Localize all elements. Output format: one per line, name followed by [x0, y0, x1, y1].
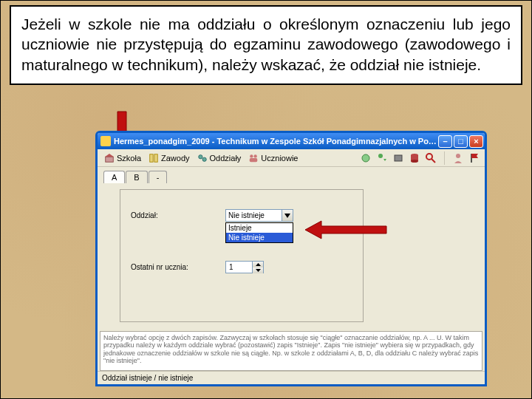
close-button[interactable]: ×: [469, 135, 483, 148]
print-user-icon[interactable]: [392, 152, 404, 164]
titlebar: Hermes_ponadgim_2009 - Technikum w Zespo…: [98, 133, 485, 149]
instruction-callout: Jeżeli w szkole nie ma oddziału o określ…: [10, 5, 522, 85]
svg-marker-20: [284, 214, 290, 218]
tab-b[interactable]: B: [126, 171, 147, 183]
oddzial-listbox: Istnieje Nie istnieje: [225, 222, 293, 243]
toolbar-zawody[interactable]: Zawody: [146, 152, 192, 164]
spinner-up-icon[interactable]: [252, 262, 263, 267]
school-icon: [104, 153, 115, 163]
window-title: Hermes_ponadgim_2009 - Technikum w Zespo…: [114, 137, 437, 146]
svg-rect-12: [395, 155, 402, 161]
nr-ucznia-spinner[interactable]: 1: [225, 261, 264, 273]
svg-point-6: [202, 157, 206, 161]
oddzial-combo[interactable]: Nie istnieje Istnieje Nie istnieje: [225, 209, 293, 222]
toolbar-school-label: Szkoła: [117, 154, 141, 163]
app-logo-icon: [100, 136, 111, 146]
label-nr-ucznia: Ostatni nr ucznia:: [131, 263, 219, 271]
svg-point-15: [411, 160, 418, 163]
svg-point-7: [250, 154, 253, 157]
status-bar: Oddział istnieje / nie istnieje: [98, 371, 485, 384]
tab-dash[interactable]: -: [149, 171, 168, 183]
app-window: Hermes_ponadgim_2009 - Technikum w Zespo…: [95, 131, 487, 386]
import-icon[interactable]: [360, 152, 372, 164]
export-user-icon[interactable]: [376, 152, 388, 164]
instruction-text: Jeżeli w szkole nie ma oddziału o określ…: [21, 16, 511, 73]
content-area: Oddział: Nie istnieje Istnieje Nie istni…: [98, 183, 485, 330]
toolbar: Szkoła Zawody Oddziały Uczniowie: [98, 149, 485, 167]
svg-rect-1: [106, 157, 114, 162]
svg-marker-22: [256, 263, 261, 266]
toolbar-oddzialy-label: Oddziały: [210, 154, 242, 163]
list-option-nieistnieje[interactable]: Nie istnieje: [226, 233, 293, 242]
toolbar-uczniowie[interactable]: Uczniowie: [246, 152, 300, 164]
zawody-icon: [149, 153, 159, 163]
toolbar-right: [360, 151, 480, 165]
status-text: Oddział istnieje / nie istnieje: [102, 374, 193, 382]
svg-point-18: [456, 154, 460, 158]
toolbar-school[interactable]: Szkoła: [102, 152, 143, 164]
svg-marker-21: [305, 221, 386, 239]
person-icon[interactable]: [452, 152, 464, 164]
spinner-down-icon[interactable]: [252, 267, 263, 273]
svg-line-17: [432, 159, 435, 163]
svg-point-5: [198, 154, 202, 158]
oddzial-combo-value: Nie istnieje: [226, 211, 282, 219]
svg-point-10: [362, 154, 369, 162]
help-text: Należy wybrać opcję z dwóch zapisów. Zaz…: [103, 334, 478, 364]
minimize-button[interactable]: –: [438, 135, 452, 148]
toolbar-uczniowie-label: Uczniowie: [261, 154, 298, 163]
help-textbox: Należy wybrać opcję z dwóch zapisów. Zaz…: [100, 331, 482, 371]
svg-marker-23: [256, 269, 261, 272]
svg-point-11: [378, 154, 383, 158]
form-panel: Oddział: Nie istnieje Istnieje Nie istni…: [120, 189, 364, 322]
svg-point-8: [254, 154, 257, 157]
svg-rect-3: [150, 154, 153, 162]
arrow-to-option: [305, 221, 386, 240]
tabs: A B -: [98, 167, 485, 183]
chevron-down-icon[interactable]: [282, 210, 293, 221]
oddzialy-icon: [197, 153, 208, 163]
database-icon[interactable]: [409, 152, 420, 164]
spinner-value: 1: [226, 263, 252, 271]
svg-marker-2: [105, 153, 114, 156]
label-oddzial: Oddział:: [131, 211, 219, 219]
search-icon[interactable]: [425, 152, 437, 164]
maximize-button[interactable]: □: [454, 135, 468, 148]
flag-icon[interactable]: [468, 152, 480, 164]
svg-rect-4: [154, 154, 157, 162]
toolbar-separator: [444, 151, 445, 165]
svg-point-16: [426, 154, 432, 160]
uczniowie-icon: [248, 153, 259, 163]
toolbar-oddzialy[interactable]: Oddziały: [195, 152, 244, 164]
tab-a[interactable]: A: [103, 171, 125, 183]
svg-rect-9: [250, 158, 258, 162]
toolbar-zawody-label: Zawody: [161, 154, 190, 163]
list-option-istnieje[interactable]: Istnieje: [226, 223, 293, 233]
